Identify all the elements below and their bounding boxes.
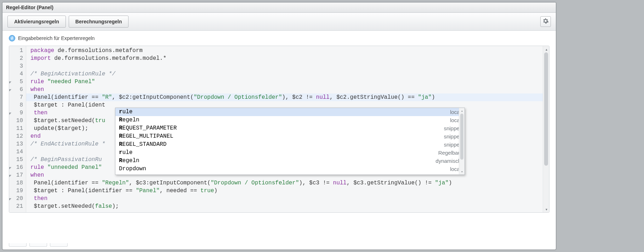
window-title: Regel-Editor (Panel) bbox=[6, 5, 53, 10]
code-line[interactable]: Panel(identifier == "R", $c2:getInputCom… bbox=[26, 93, 549, 101]
code-line[interactable]: package de.formsolutions.metaform bbox=[26, 47, 549, 55]
autocomplete-item[interactable]: REGEL_MULTIPANELsnippet bbox=[115, 132, 465, 141]
autocomplete-label: rule bbox=[119, 149, 132, 156]
autocomplete-item[interactable]: Dropdownlocal bbox=[115, 165, 465, 173]
autocomplete-item[interactable]: REGEL_STANDARDsnippet bbox=[115, 141, 465, 149]
window-titlebar: Regel-Editor (Panel) bbox=[2, 2, 556, 13]
autocomplete-kind: snippet bbox=[444, 133, 461, 140]
scroll-up-icon[interactable]: ▴ bbox=[543, 46, 549, 52]
autocomplete-label: Regeln bbox=[119, 117, 139, 124]
code-line[interactable]: /* BeginActivationRule */ bbox=[26, 70, 549, 78]
button-stub bbox=[50, 243, 68, 247]
info-row: i Eingabebereich für Expertenregeln bbox=[2, 31, 556, 44]
code-line[interactable]: $target : Panel(identifier == "Panel", n… bbox=[26, 187, 549, 195]
autocomplete-item[interactable]: REQUEST_PARAMETERsnippet bbox=[115, 124, 465, 132]
info-text: Eingabebereich für Expertenregeln bbox=[18, 35, 95, 41]
autocomplete-scrollbar[interactable]: ▴ ▾ bbox=[459, 108, 465, 174]
info-icon: i bbox=[9, 35, 15, 41]
autocomplete-label: REGEL_MULTIPANEL bbox=[119, 133, 173, 140]
autocomplete-kind: snippet bbox=[444, 141, 461, 148]
toolbar: Aktivierungsregeln Berechnungsregeln bbox=[2, 13, 556, 31]
settings-button[interactable] bbox=[540, 16, 551, 27]
button-stub bbox=[9, 243, 27, 247]
autocomplete-item[interactable]: rulelocal bbox=[115, 108, 465, 116]
tab-activation-rules[interactable]: Aktivierungsregeln bbox=[7, 16, 66, 28]
autocomplete-popup[interactable]: rulelocalRegelnlocalREQUEST_PARAMETERsni… bbox=[115, 108, 465, 175]
autocomplete-item[interactable]: ruleRegelbau bbox=[115, 149, 465, 157]
autocomplete-label: rule bbox=[119, 109, 132, 115]
autocomplete-kind: dynamisch bbox=[435, 158, 461, 164]
scroll-down-icon[interactable]: ▾ bbox=[543, 206, 549, 212]
rule-editor-window: Regel-Editor (Panel) Aktivierungsregeln … bbox=[2, 2, 556, 250]
autocomplete-label: REQUEST_PARAMETER bbox=[119, 125, 177, 132]
code-line[interactable]: $target.setNeeded(false); bbox=[26, 202, 549, 210]
code-line[interactable]: rule "needed Panel" bbox=[26, 78, 549, 86]
code-line[interactable] bbox=[26, 62, 549, 70]
tab-calculation-rules[interactable]: Berechnungsregeln bbox=[69, 16, 129, 28]
autocomplete-item[interactable]: Regelnlocal bbox=[115, 116, 465, 124]
scroll-thumb[interactable] bbox=[460, 114, 463, 160]
scroll-thumb[interactable] bbox=[544, 52, 548, 166]
button-stub bbox=[29, 243, 47, 247]
editor-vertical-scrollbar[interactable]: ▴ ▾ bbox=[543, 46, 549, 212]
code-line[interactable]: import de.formsolutions.metaform.model.* bbox=[26, 55, 549, 62]
line-gutter: 123456789101112131415161718192021 bbox=[9, 46, 26, 212]
gear-icon bbox=[543, 18, 548, 25]
autocomplete-label: REGEL_STANDARD bbox=[119, 141, 166, 148]
autocomplete-label: Regeln bbox=[119, 158, 139, 164]
bottom-button-stubs bbox=[9, 243, 68, 247]
code-line[interactable]: then bbox=[26, 195, 549, 202]
autocomplete-kind: Regelbau bbox=[438, 149, 461, 156]
autocomplete-label: Dropdown bbox=[119, 166, 146, 172]
autocomplete-item[interactable]: Regelndynamisch bbox=[115, 157, 465, 165]
code-line[interactable]: when bbox=[26, 86, 549, 93]
scroll-up-icon[interactable]: ▴ bbox=[459, 108, 465, 114]
scroll-down-icon[interactable]: ▾ bbox=[459, 169, 465, 174]
code-line[interactable]: Panel(identifier == "Regeln", $c3:getInp… bbox=[26, 179, 549, 187]
autocomplete-kind: snippet bbox=[444, 125, 461, 132]
